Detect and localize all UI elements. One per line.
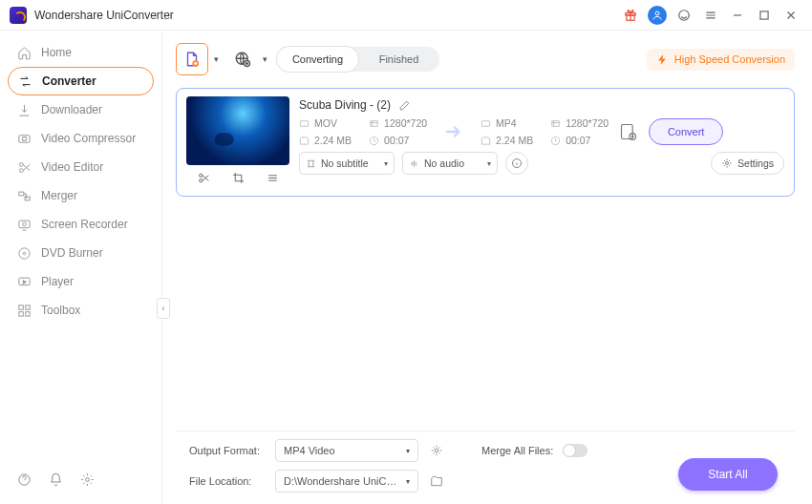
titlebar: Wondershare UniConverter — [0, 0, 812, 31]
svg-rect-27 — [371, 120, 377, 126]
svg-point-6 — [20, 162, 24, 166]
account-avatar[interactable] — [646, 4, 669, 27]
sidebar-collapse-handle[interactable]: ‹ — [157, 298, 170, 319]
file-name: Scuba Diving - (2) — [299, 98, 391, 112]
sidebar-item-dvd-burner[interactable]: DVD Burner — [0, 239, 161, 267]
add-url-caret[interactable]: ▾ — [263, 54, 267, 64]
notifications-icon[interactable] — [49, 472, 63, 491]
source-meta: MOV 1280*720 2.24 MB 00:07 — [299, 117, 427, 146]
video-thumbnail[interactable] — [186, 96, 289, 165]
sidebar-item-player[interactable]: Player — [0, 267, 161, 296]
footer: Output Format: MP4 Video▾ Merge All File… — [176, 430, 795, 504]
format-settings-icon[interactable] — [428, 442, 445, 459]
file-settings-button[interactable]: Settings — [711, 152, 784, 175]
svg-rect-8 — [19, 192, 24, 196]
sidebar-item-label: Screen Recorder — [41, 218, 128, 231]
add-file-button[interactable] — [176, 43, 208, 75]
sidebar-item-label: Home — [41, 46, 72, 59]
sidebar-item-converter[interactable]: Converter — [8, 67, 154, 95]
menu-icon[interactable] — [699, 4, 722, 27]
output-format-select[interactable]: MP4 Video▾ — [275, 439, 418, 462]
sidebar-item-label: Converter — [42, 74, 96, 88]
support-icon[interactable] — [673, 4, 695, 27]
sidebar-item-screen-recorder[interactable]: Screen Recorder — [0, 210, 161, 239]
svg-point-2 — [655, 11, 659, 15]
sidebar-item-home[interactable]: Home — [0, 38, 161, 67]
svg-rect-26 — [300, 120, 308, 126]
merge-toggle[interactable] — [563, 444, 588, 457]
file-location-label: File Location: — [189, 475, 266, 487]
sidebar-item-video-editor[interactable]: Video Editor — [0, 153, 161, 181]
tab-converting[interactable]: Converting — [277, 47, 358, 72]
app-title: Wondershare UniConverter — [34, 9, 174, 22]
svg-point-24 — [199, 174, 202, 177]
high-speed-conversion-button[interactable]: High Speed Conversion — [647, 49, 795, 71]
svg-rect-4 — [760, 10, 768, 18]
audio-select[interactable]: No audio▾ — [402, 152, 498, 175]
open-folder-icon[interactable] — [428, 472, 445, 490]
close-button[interactable] — [780, 4, 802, 27]
svg-rect-29 — [481, 120, 489, 126]
sidebar-item-label: Toolbox — [41, 304, 80, 317]
svg-point-36 — [435, 449, 438, 452]
svg-point-7 — [20, 168, 24, 172]
svg-rect-17 — [19, 311, 23, 315]
merge-label: Merge All Files: — [481, 445, 553, 456]
minimize-button[interactable] — [726, 4, 749, 27]
sidebar-item-label: DVD Burner — [41, 246, 103, 260]
edit-name-icon[interactable] — [398, 99, 411, 112]
sidebar: Home Converter Downloader Video Compress… — [0, 31, 162, 504]
sidebar-item-label: Player — [41, 275, 74, 288]
svg-point-3 — [679, 10, 690, 20]
sidebar-item-label: Video Editor — [41, 160, 103, 174]
file-card: Scuba Diving - (2) MOV 1280*720 2.24 MB … — [176, 88, 795, 197]
maximize-button[interactable] — [753, 4, 776, 27]
sidebar-item-compressor[interactable]: Video Compressor — [0, 124, 161, 153]
svg-rect-15 — [19, 304, 23, 308]
main-panel: ▾ ▾ Converting Finished High Speed Conve… — [162, 31, 812, 504]
convert-button[interactable]: Convert — [649, 118, 723, 145]
output-settings-icon[interactable] — [616, 122, 641, 141]
svg-rect-32 — [622, 125, 633, 139]
target-meta: MP4 1280*720 2.24 MB 00:07 — [481, 117, 609, 146]
crop-icon[interactable] — [232, 171, 245, 188]
arrow-icon — [435, 121, 473, 142]
sidebar-item-label: Merger — [41, 189, 77, 202]
sidebar-item-downloader[interactable]: Downloader — [0, 95, 161, 124]
svg-rect-18 — [26, 311, 30, 315]
svg-point-20 — [86, 478, 90, 482]
start-all-button[interactable]: Start All — [678, 458, 778, 491]
more-icon[interactable] — [267, 171, 279, 188]
add-url-button[interactable] — [228, 45, 257, 74]
info-icon[interactable] — [505, 152, 528, 175]
help-icon[interactable] — [17, 472, 32, 491]
app-logo — [10, 7, 27, 24]
subtitle-select[interactable]: No subtitle▾ — [299, 152, 395, 175]
sidebar-item-label: Downloader — [41, 103, 102, 116]
trim-icon[interactable] — [198, 171, 210, 188]
gift-icon[interactable] — [619, 4, 642, 27]
svg-point-25 — [199, 179, 202, 182]
high-speed-label: High Speed Conversion — [674, 53, 785, 65]
svg-point-12 — [19, 247, 30, 258]
status-tabs: Converting Finished — [277, 47, 439, 72]
add-file-caret[interactable]: ▾ — [214, 54, 219, 64]
sidebar-item-label: Video Compressor — [41, 132, 136, 145]
svg-point-13 — [23, 252, 26, 255]
svg-rect-30 — [552, 120, 559, 126]
svg-rect-5 — [19, 135, 30, 142]
svg-rect-10 — [19, 220, 30, 228]
output-format-label: Output Format: — [189, 445, 266, 456]
sidebar-item-toolbox[interactable]: Toolbox — [0, 296, 161, 325]
sidebar-item-merger[interactable]: Merger — [0, 181, 161, 210]
tab-finished[interactable]: Finished — [358, 47, 439, 72]
file-location-select[interactable]: D:\Wondershare UniConverter▾ — [275, 470, 418, 493]
svg-rect-16 — [26, 304, 30, 308]
svg-point-35 — [726, 162, 729, 165]
preferences-icon[interactable] — [80, 472, 95, 491]
svg-point-11 — [23, 222, 27, 226]
